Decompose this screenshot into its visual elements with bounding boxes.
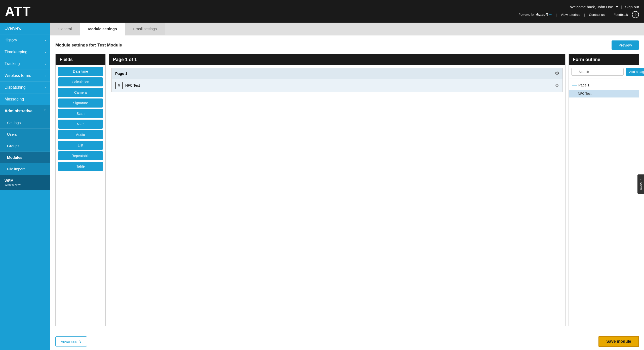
fields-panel-header: Fields	[56, 54, 105, 65]
user-area: Welcome back, John Doe ▾ | Sign out	[570, 5, 639, 9]
sidebar-item-groups[interactable]: Groups	[0, 140, 50, 152]
show-panel-tab[interactable]: ← Show	[637, 174, 644, 194]
separator1: |	[621, 5, 622, 9]
outline-search-row: 🔍 Add a page	[569, 65, 639, 78]
sidebar-item-dispatching[interactable]: Dispatching ›	[0, 82, 50, 93]
chevron-down-icon: ˅	[44, 109, 46, 113]
fields-panel: Fields Date time Calculation Camera Sign…	[55, 54, 106, 326]
sidebar-bottom-wfm[interactable]: WFM What's New	[0, 175, 50, 190]
nav-links: Powered by Actsoft ~ | View tutorials | …	[518, 11, 639, 18]
powered-by: Powered by Actsoft ~	[518, 12, 552, 17]
collapse-page-icon[interactable]: —	[572, 82, 577, 88]
page-section-header: Page 1 ⚙	[112, 68, 562, 79]
sidebar-item-tracking[interactable]: Tracking ›	[0, 58, 50, 70]
separator2: |	[556, 13, 557, 17]
logo: ATT	[5, 4, 31, 19]
sidebar-item-label: Timekeeping	[5, 50, 27, 54]
tabs-bar: General Module settings Email settings	[50, 23, 644, 35]
tab-general[interactable]: General	[50, 23, 80, 35]
field-btn-nfc[interactable]: NFC	[58, 120, 103, 129]
sidebar-item-overview[interactable]: Overview	[0, 23, 50, 34]
outline-search-input[interactable]	[571, 68, 624, 76]
sign-out-link[interactable]: Sign out	[625, 5, 639, 9]
field-btn-repeatable[interactable]: Repeatable	[58, 151, 103, 160]
tab-email-settings[interactable]: Email settings	[125, 23, 165, 35]
advanced-label: Advanced	[61, 339, 77, 344]
main-layout: Overview History › Timekeeping › Trackin…	[0, 23, 644, 350]
sidebar-item-label: Modules	[7, 155, 22, 160]
outline-page-name: Page 1	[578, 83, 589, 87]
help-button[interactable]: ?	[632, 11, 639, 18]
separator4: |	[609, 13, 610, 17]
top-header: ATT Welcome back, John Doe ▾ | Sign out …	[0, 0, 644, 23]
sidebar-item-label: Groups	[7, 144, 19, 148]
field-btn-calculation[interactable]: Calculation	[58, 77, 103, 86]
sidebar-item-timekeeping[interactable]: Timekeeping ›	[0, 46, 50, 58]
field-btn-scan[interactable]: Scan	[58, 109, 103, 118]
page-section-title: Page 1	[115, 71, 127, 76]
field-gear-icon[interactable]: ⚙	[555, 83, 559, 88]
sidebar-item-label: History	[5, 38, 17, 42]
advanced-button[interactable]: Advanced ∨	[55, 336, 87, 346]
add-page-button[interactable]: Add a page	[626, 68, 644, 76]
advanced-arrow-icon: ∨	[79, 339, 82, 344]
sidebar-item-label: Settings	[7, 121, 21, 125]
field-btn-datetime[interactable]: Date time	[58, 67, 103, 76]
sidebar-item-modules[interactable]: Modules	[0, 152, 50, 163]
page-section: Page 1 ⚙ N NFC Test ⚙	[111, 68, 563, 92]
sidebar-item-wireless-forms[interactable]: Wireless forms ›	[0, 70, 50, 82]
sidebar-item-messaging[interactable]: Messaging	[0, 93, 50, 105]
field-row-left: N NFC Test	[115, 82, 140, 89]
field-btn-camera[interactable]: Camera	[58, 88, 103, 97]
page-content: Module settings for: Test Module Preview…	[50, 35, 644, 333]
save-module-button[interactable]: Save module	[598, 336, 639, 347]
preview-button[interactable]: Preview	[612, 40, 639, 50]
wfm-label: WFM	[5, 178, 46, 183]
outline-field-item[interactable]: NFC Test	[569, 90, 639, 97]
page-panel-body: Page 1 ⚙ N NFC Test ⚙	[109, 65, 565, 326]
content-area: General Module settings Email settings M…	[50, 23, 644, 350]
chevron-right-icon: ›	[45, 50, 46, 54]
sidebar-item-history[interactable]: History ›	[0, 34, 50, 46]
field-btn-list[interactable]: List	[58, 141, 103, 150]
feedback-link[interactable]: Feedback	[614, 13, 628, 17]
sidebar-item-file-import[interactable]: File import	[0, 163, 50, 175]
sidebar-item-users[interactable]: Users	[0, 129, 50, 140]
sidebar-item-label: Tracking	[5, 62, 20, 66]
module-title: Module settings for: Test Module	[55, 43, 122, 48]
sidebar-item-label: Dispatching	[5, 85, 26, 90]
page-panel: Page 1 of 1 Page 1 ⚙ N NFC Test	[109, 54, 566, 326]
form-outline-header: Form outline	[569, 54, 639, 65]
outline-page-item: — Page 1	[569, 80, 639, 90]
view-tutorials-link[interactable]: View tutorials	[561, 13, 580, 17]
sidebar-item-label: Users	[7, 132, 17, 136]
chevron-right-icon: ›	[45, 74, 46, 78]
whats-new-label: What's New	[5, 183, 46, 187]
welcome-text[interactable]: Welcome back, John Doe	[570, 5, 613, 9]
bottom-bar: Advanced ∨ Save module	[50, 333, 644, 350]
tab-module-settings[interactable]: Module settings	[80, 23, 125, 35]
actsoft-logo: Actsoft	[536, 13, 548, 17]
search-wrapper: 🔍	[571, 68, 624, 76]
chevron-right-icon: ›	[45, 38, 46, 42]
nfc-field-icon: N	[115, 82, 123, 89]
sidebar-item-administrative[interactable]: Administrative ˅	[0, 105, 50, 117]
welcome-arrow: ▾	[616, 5, 618, 9]
contact-us-link[interactable]: Contact us	[589, 13, 605, 17]
outline-body: — Page 1 NFC Test	[569, 78, 639, 326]
page-header-row: Module settings for: Test Module Preview	[55, 40, 639, 50]
sidebar-item-label: Wireless forms	[5, 73, 31, 78]
top-header-right: Welcome back, John Doe ▾ | Sign out Powe…	[518, 5, 639, 18]
chevron-right-icon: ›	[45, 62, 46, 66]
separator3: |	[584, 13, 585, 17]
three-panels: Fields Date time Calculation Camera Sign…	[55, 54, 639, 326]
page-gear-icon[interactable]: ⚙	[555, 71, 559, 76]
show-arrow-icon: ←	[639, 178, 643, 182]
sidebar-item-settings[interactable]: Settings	[0, 117, 50, 129]
form-outline-panel: Form outline 🔍 Add a page — Page 1	[569, 54, 639, 326]
chevron-right-icon: ›	[45, 86, 46, 89]
field-btn-signature[interactable]: Signature	[58, 98, 103, 108]
field-btn-audio[interactable]: Audio	[58, 130, 103, 139]
field-btn-table[interactable]: Table	[58, 162, 103, 171]
sidebar-item-label: File import	[7, 167, 25, 171]
